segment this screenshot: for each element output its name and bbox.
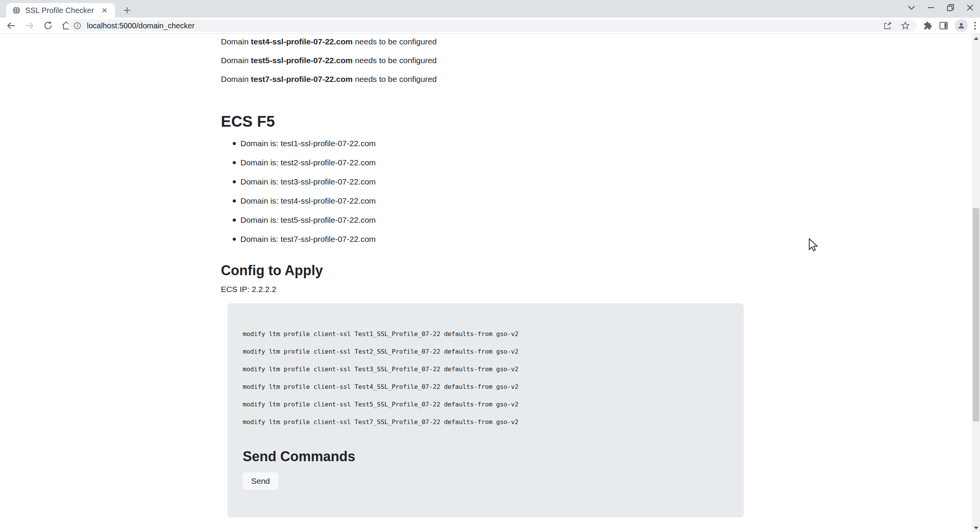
browser-toolbar: localhost:5000/domain_checker	[0, 18, 980, 34]
command-line: modify ltm profile client-ssl Test7_SSL_…	[243, 413, 728, 431]
list-item: Domain is: test2-ssl-profile-07-22.com	[233, 156, 744, 169]
browser-tab-strip: SSL Profile Checker	[0, 0, 980, 18]
command-block: modify ltm profile client-ssl Test1_SSL_…	[243, 325, 728, 431]
ecs-ip-text: ECS IP: 2.2.2.2	[221, 285, 744, 294]
command-line: modify ltm profile client-ssl Test4_SSL_…	[243, 378, 728, 396]
browser-tab[interactable]: SSL Profile Checker	[6, 3, 115, 18]
list-item: Domain is: test1-ssl-profile-07-22.com	[233, 137, 744, 150]
alert-domain: test7-ssl-profile-07-22.com	[251, 75, 353, 83]
window-controls	[908, 0, 977, 15]
mouse-cursor	[808, 238, 818, 254]
send-button[interactable]: Send	[243, 472, 278, 490]
page-viewport: Domain test4-ssl-profile-07-22.com needs…	[0, 34, 972, 532]
extensions-puzzle-icon[interactable]	[923, 21, 933, 31]
alert-domain: test5-ssl-profile-07-22.com	[251, 56, 353, 65]
side-panel-icon[interactable]	[939, 21, 949, 31]
globe-favicon-icon	[12, 6, 21, 15]
list-item: Domain is: test3-ssl-profile-07-22.com	[233, 175, 744, 188]
tab-close-icon[interactable]	[100, 5, 109, 15]
address-bar[interactable]: localhost:5000/domain_checker	[68, 20, 917, 32]
site-info-icon[interactable]	[73, 21, 82, 30]
new-tab-button[interactable]	[122, 5, 132, 16]
window-close-icon[interactable]	[967, 5, 973, 11]
vertical-scrollbar[interactable]	[972, 34, 980, 532]
menu-dots-icon[interactable]	[974, 21, 976, 30]
bookmark-star-icon[interactable]	[901, 21, 910, 30]
back-icon[interactable]	[5, 19, 18, 32]
domain-alert: Domain test7-ssl-profile-07-22.com needs…	[221, 73, 744, 85]
domain-alert: Domain test5-ssl-profile-07-22.com needs…	[221, 54, 744, 67]
page-content: Domain test4-ssl-profile-07-22.com needs…	[221, 34, 744, 517]
command-line: modify ltm profile client-ssl Test1_SSL_…	[243, 325, 728, 343]
share-icon[interactable]	[883, 21, 892, 30]
forward-icon[interactable]	[23, 19, 36, 32]
window-menu-chevron-icon[interactable]	[908, 6, 915, 10]
scrollbar-thumb[interactable]	[973, 208, 979, 421]
list-item: Domain is: test7-ssl-profile-07-22.com	[233, 233, 744, 246]
command-line: modify ltm profile client-ssl Test5_SSL_…	[243, 396, 728, 413]
config-to-apply-heading: Config to Apply	[221, 263, 744, 279]
domain-alert: Domain test4-ssl-profile-07-22.com needs…	[221, 35, 744, 48]
window-minimize-icon[interactable]	[928, 7, 934, 8]
domain-list: Domain is: test1-ssl-profile-07-22.com D…	[221, 137, 744, 246]
scrollbar-down-icon[interactable]	[972, 524, 980, 531]
list-item: Domain is: test4-ssl-profile-07-22.com	[233, 194, 744, 207]
tab-title: SSL Profile Checker	[25, 6, 100, 15]
reload-icon[interactable]	[41, 19, 54, 32]
nav-buttons	[0, 19, 73, 32]
window-restore-icon[interactable]	[947, 4, 954, 11]
ecs-f5-heading: ECS F5	[221, 113, 744, 130]
alert-domain: test4-ssl-profile-07-22.com	[251, 37, 353, 46]
list-item: Domain is: test5-ssl-profile-07-22.com	[233, 214, 744, 227]
url-text[interactable]: localhost:5000/domain_checker	[87, 21, 883, 30]
config-panel: modify ltm profile client-ssl Test1_SSL_…	[227, 303, 744, 517]
toolbar-right	[923, 18, 976, 33]
command-line: modify ltm profile client-ssl Test3_SSL_…	[243, 361, 728, 378]
profile-avatar[interactable]	[955, 19, 968, 32]
send-commands-heading: Send Commands	[243, 449, 728, 465]
command-line: modify ltm profile client-ssl Test2_SSL_…	[243, 343, 728, 361]
scrollbar-up-icon[interactable]	[972, 35, 980, 42]
